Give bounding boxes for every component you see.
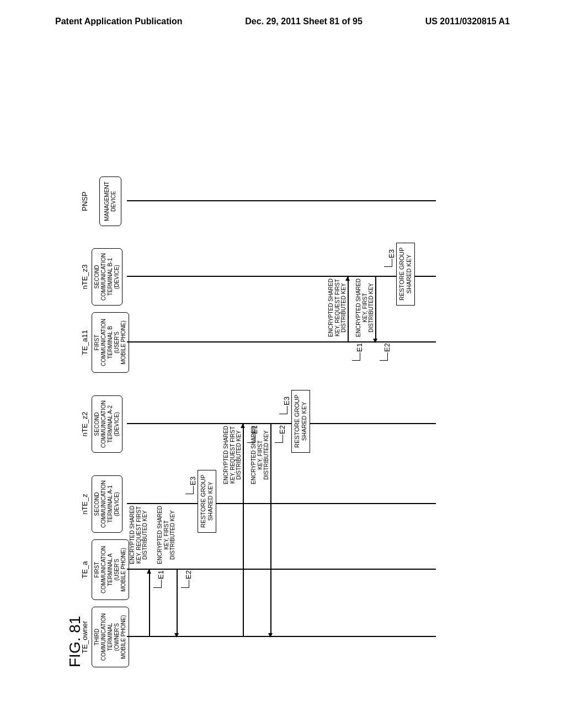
step-e2-1: E2 [184,570,193,579]
lane-id-tea11: TE_a11 [81,312,90,373]
lane-id-pnsp: PNSP [81,176,90,226]
header-center: Dec. 29, 2011 Sheet 81 of 95 [245,17,363,26]
msg-resp-3: ENCRYPTED SHARED KEY, FIRST DISTRIBUTED … [355,275,375,341]
header-right: US 2011/0320815 A1 [425,17,510,26]
msg-req-3: ENCRYPTED SHARED KEY, REQUEST FIRST DIST… [328,275,347,341]
action-restore-1: RESTORE GROUP SHARED KEY [198,470,216,533]
step-e2-3: E2 [383,343,391,352]
lane-id-tea: TE_a [81,539,90,600]
lane-id-ntez2: nTE_z2 [81,395,90,453]
page-header: Patent Application Publication Dec. 29, … [0,0,565,32]
arrow-tea-owner-1 [177,570,178,637]
lane-id-owner: TE_owner [81,607,90,667]
timeline-ntez3 [127,276,436,277]
msg-resp-2: ENCRYPTED SHARED KEY, FIRST DISTRIBUTED … [250,422,270,488]
timeline-tea11 [127,342,436,343]
lane-id-ntez: nTE_z [81,475,90,533]
step-e3-3: E3 [387,249,396,258]
lane-id-ntez3: nTE_z3 [81,248,90,306]
msg-resp-1: ENCRYPTED SHARED KEY, FIRST DISTRIBUTED … [157,502,176,568]
msg-req-1: ENCRYPTED SHARED KEY, REQUEST FIRST DIST… [129,502,148,568]
lane-box-pnsp: MANAGEMENT DEVICE [99,176,121,226]
lane-box-owner: THIRD COMMUNICATION TERMINAL (OWNER'S MO… [92,607,129,667]
lane-box-ntez: SECOND COMMUNICATION TERMINAL A-1 (DEVIC… [92,475,122,533]
step-e2-2: E2 [278,425,286,434]
step-e1-1: E1 [157,570,165,579]
lane-box-ntez3: SECOND COMMUNICATION TERMINAL B-1 (DEVIC… [92,248,122,306]
diagram-area: ENCRYPTED SHARED KEY, REQUEST FIRST DIST… [127,94,436,634]
timeline-pnsp [127,201,436,202]
arrow-ntez2-owner [270,424,271,637]
figure-container: FIG. 81 TE_owner THIRD COMMUNICATION TER… [0,190,543,565]
timeline-ntez2 [127,424,436,425]
step-e1-3: E1 [355,343,364,352]
action-restore-2: RESTORE GROUP SHARED KEY [291,390,310,453]
lane-box-tea11: FIRST COMMUNICATION TERMINAL B (USER'S M… [92,312,129,373]
arrow-owner-ntez2 [243,424,244,637]
lane-box-ntez2: SECOND COMMUNICATION TERMINAL A-2 (DEVIC… [92,395,122,453]
timeline-owner [127,636,436,638]
action-restore-3: RESTORE GROUP SHARED KEY [396,243,415,306]
timeline-tea [127,569,436,570]
msg-req-2: ENCRYPTED SHARED KEY, REQUEST FIRST DIST… [223,422,242,488]
step-e3-1: E3 [189,477,197,485]
step-e3-2: E3 [282,397,291,405]
header-left: Patent Application Publication [55,17,183,26]
arrow-ntez3-tea11 [375,277,376,342]
lane-box-tea: FIRST COMMUNICATION TERMINAL A (USER'S M… [92,539,129,600]
arrow-tea11-ntez3 [348,277,349,342]
arrow-owner-tea-1 [149,570,150,637]
